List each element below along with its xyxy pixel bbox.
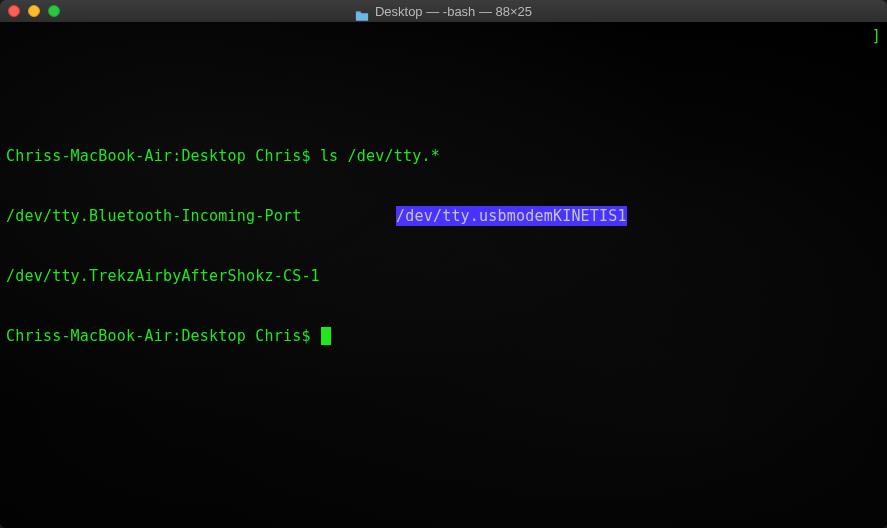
- prompt-host: Chriss-MacBook-Air: [6, 147, 172, 165]
- cursor-block: [321, 327, 331, 345]
- output-row-2: /dev/tty.TrekzAirbyAfterShokz-CS-1: [6, 266, 881, 286]
- output-col1: /dev/tty.Bluetooth-Incoming-Port: [6, 206, 396, 226]
- window-title: Desktop — -bash — 88×25: [375, 4, 532, 19]
- terminal-content: Chriss-MacBook-Air:Desktop Chris$ ls /de…: [6, 106, 881, 386]
- minimize-icon[interactable]: [28, 5, 40, 17]
- prompt-sep2: $: [301, 327, 310, 345]
- prompt-line-1: Chriss-MacBook-Air:Desktop Chris$ ls /de…: [6, 146, 881, 166]
- prompt-sep2: $: [301, 147, 310, 165]
- prompt-sep1: :: [172, 327, 181, 345]
- prompt-cwd: Desktop: [181, 147, 246, 165]
- close-icon[interactable]: [8, 5, 20, 17]
- titlebar[interactable]: Desktop — -bash — 88×25: [0, 0, 887, 22]
- output-row-1: /dev/tty.Bluetooth-Incoming-Port/dev/tty…: [6, 206, 881, 226]
- folder-icon: [355, 6, 369, 17]
- terminal-viewport[interactable]: ] Chriss-MacBook-Air:Desktop Chris$ ls /…: [0, 22, 887, 528]
- prompt-host: Chriss-MacBook-Air: [6, 327, 172, 345]
- zoom-icon[interactable]: [48, 5, 60, 17]
- prompt-sep1: :: [172, 147, 181, 165]
- prompt-user: Chris: [255, 147, 301, 165]
- scroll-indicator: ]: [872, 26, 881, 46]
- terminal-window: Desktop — -bash — 88×25 ] Chriss-MacBook…: [0, 0, 887, 528]
- window-controls: [8, 5, 60, 17]
- selected-text[interactable]: /dev/tty.usbmodemKINETIS1: [396, 206, 627, 226]
- title-center: Desktop — -bash — 88×25: [0, 4, 887, 19]
- command-text: ls /dev/tty.*: [320, 147, 440, 165]
- prompt-line-2: Chriss-MacBook-Air:Desktop Chris$: [6, 326, 881, 346]
- prompt-cwd: Desktop: [181, 327, 246, 345]
- prompt-user: Chris: [255, 327, 301, 345]
